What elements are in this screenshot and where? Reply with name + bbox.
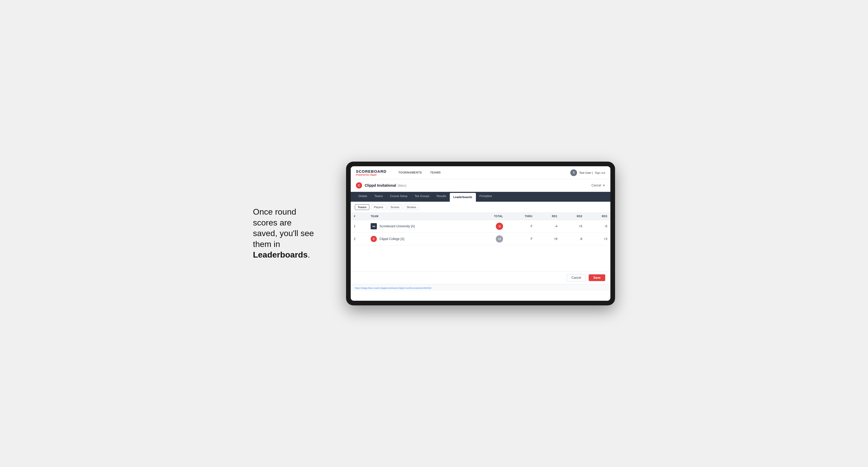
rd3-2: +3 xyxy=(586,233,610,245)
description-highlight: Leaderboards xyxy=(253,250,308,259)
col-rank: # xyxy=(351,213,368,220)
tab-results[interactable]: Results xyxy=(433,192,450,202)
leaderboard-table-container: # TEAM TOTAL THRU RD1 RD2 RD3 1 xyxy=(351,213,610,245)
tab-leaderboards[interactable]: Leaderboards xyxy=(450,193,476,202)
table-header-row: # TEAM TOTAL THRU RD1 RD2 RD3 xyxy=(351,213,610,220)
col-rd2: RD2 xyxy=(560,213,585,220)
tab-tee-groups[interactable]: Tee Groups xyxy=(411,192,433,202)
tournament-subtitle: (Men) xyxy=(398,184,406,187)
left-description: Once round scores are saved, you'll see … xyxy=(253,207,331,260)
nav-teams[interactable]: TEAMS xyxy=(426,166,445,179)
nav-tournaments[interactable]: TOURNAMENTS xyxy=(394,166,426,179)
description-suffix: . xyxy=(308,250,310,259)
filter-scores[interactable]: Scores xyxy=(388,204,402,210)
nav-links: TOURNAMENTS TEAMS xyxy=(394,166,570,179)
filter-strokes[interactable]: Strokes xyxy=(404,204,419,210)
team-logo-2: C xyxy=(371,236,377,242)
col-total: TOTAL xyxy=(474,213,506,220)
team-cell-1: SB Scoreboard University [A] xyxy=(371,223,471,229)
tournament-title: Clippd Invitational xyxy=(365,183,396,187)
team-logo-1: SB xyxy=(371,223,377,229)
rank-1: 1 xyxy=(351,220,368,233)
col-team: TEAM xyxy=(368,213,474,220)
logo-area: SCOREBOARD Powered by clippd xyxy=(356,169,386,176)
logo-text: SCOREBOARD xyxy=(356,169,386,174)
table-row: 1 SB Scoreboard University [A] -5 xyxy=(351,220,610,233)
description-line4: them in xyxy=(253,240,280,249)
description-line1: Once round xyxy=(253,207,296,216)
tab-details[interactable]: Details xyxy=(355,192,371,202)
total-1: -5 xyxy=(474,220,506,233)
description-line2: scores are xyxy=(253,218,291,227)
table-row: 2 C Clippd College [A] +3 xyxy=(351,233,610,245)
thru-1: F xyxy=(506,220,536,233)
tab-printables[interactable]: Printables xyxy=(476,192,496,202)
col-rd1: RD1 xyxy=(536,213,560,220)
nav-right: S Test User | Sign out xyxy=(570,169,605,176)
tablet-device: SCOREBOARD Powered by clippd TOURNAMENTS… xyxy=(346,162,615,305)
thru-2: F xyxy=(506,233,536,245)
team-cell-2: C Clippd College [A] xyxy=(371,236,471,242)
tournament-header: C Clippd Invitational (Men) Cancel ✕ xyxy=(351,179,610,192)
filter-teams[interactable]: Teams xyxy=(355,204,369,210)
cancel-button-footer[interactable]: Cancel xyxy=(567,274,586,281)
rd1-1: -4 xyxy=(536,220,560,233)
team-name-1: SB Scoreboard University [A] xyxy=(368,220,474,233)
rd2-2: -8 xyxy=(560,233,585,245)
user-avatar: S xyxy=(570,169,577,176)
col-thru: THRU xyxy=(506,213,536,220)
score-badge-1: -5 xyxy=(496,223,503,230)
sign-out-link[interactable]: Sign out xyxy=(595,171,605,174)
status-url: https://stage-blue-coach.stagescoreboard… xyxy=(355,287,431,289)
filter-players[interactable]: Players xyxy=(371,204,386,210)
description-line3: saved, you'll see xyxy=(253,228,314,238)
sub-navigation: Details Teams Course Setup Tee Groups Re… xyxy=(351,192,610,202)
logo-subtitle: Powered by clippd xyxy=(356,174,386,176)
tab-teams[interactable]: Teams xyxy=(371,192,386,202)
cancel-button-top[interactable]: Cancel ✕ xyxy=(591,184,605,187)
app-footer: Cancel Save xyxy=(351,271,610,284)
tournament-icon: C xyxy=(356,182,362,188)
col-rd3: RD3 xyxy=(586,213,610,220)
save-button[interactable]: Save xyxy=(589,274,605,281)
top-navigation: SCOREBOARD Powered by clippd TOURNAMENTS… xyxy=(351,166,610,179)
total-2: +3 xyxy=(474,233,506,245)
score-badge-2: +3 xyxy=(496,235,503,243)
team-name-2: C Clippd College [A] xyxy=(368,233,474,245)
nav-username: Test User | xyxy=(579,171,593,174)
tablet-screen: SCOREBOARD Powered by clippd TOURNAMENTS… xyxy=(351,166,610,301)
rd3-1: -6 xyxy=(586,220,610,233)
status-bar: https://stage-blue-coach.stagescoreboard… xyxy=(351,284,610,291)
rd2-1: +5 xyxy=(560,220,585,233)
rank-2: 2 xyxy=(351,233,368,245)
leaderboard-table: # TEAM TOTAL THRU RD1 RD2 RD3 1 xyxy=(351,213,610,245)
filter-bar: Teams Players Scores Strokes xyxy=(351,202,610,213)
rd1-2: +8 xyxy=(536,233,560,245)
tab-course-setup[interactable]: Course Setup xyxy=(386,192,411,202)
